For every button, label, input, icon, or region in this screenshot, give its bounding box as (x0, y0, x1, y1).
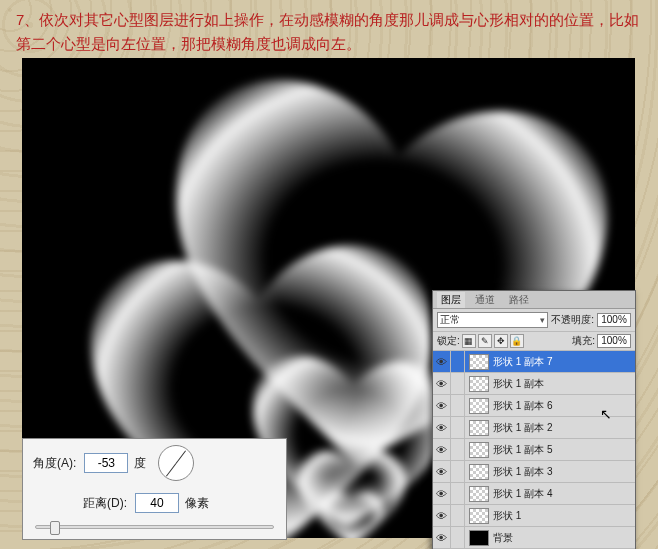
layer-name[interactable]: 形状 1 副本 7 (493, 355, 635, 369)
eye-icon: 👁 (436, 488, 447, 500)
eye-icon: 👁 (436, 444, 447, 456)
link-col (451, 505, 465, 526)
layer-thumbnail[interactable] (469, 420, 489, 436)
layer-name[interactable]: 形状 1 副本 4 (493, 487, 635, 501)
opacity-label: 不透明度: (551, 313, 594, 327)
link-col (451, 417, 465, 438)
layer-row[interactable]: 👁形状 1 (433, 505, 635, 527)
layers-list: 👁形状 1 副本 7👁形状 1 副本👁形状 1 副本 6👁形状 1 副本 2👁形… (433, 351, 635, 549)
layer-name[interactable]: 形状 1 副本 6 (493, 399, 635, 413)
link-col (451, 351, 465, 372)
layer-thumbnail[interactable] (469, 442, 489, 458)
layer-row[interactable]: 👁背景 (433, 527, 635, 549)
lock-all-icon[interactable]: 🔒 (510, 334, 524, 348)
link-col (451, 395, 465, 416)
layer-row[interactable]: 👁形状 1 副本 6 (433, 395, 635, 417)
panel-tabs: 图层 通道 路径 (433, 291, 635, 309)
link-col (451, 461, 465, 482)
layers-panel: 图层 通道 路径 正常 不透明度: 100% 锁定: ▦ ✎ ✥ 🔒 填充: 1… (432, 290, 636, 549)
link-col (451, 373, 465, 394)
visibility-toggle[interactable]: 👁 (433, 395, 451, 416)
distance-slider[interactable] (35, 525, 274, 529)
link-col (451, 527, 465, 548)
layer-row[interactable]: 👁形状 1 副本 3 (433, 461, 635, 483)
layer-row[interactable]: 👁形状 1 副本 2 (433, 417, 635, 439)
angle-label: 角度(A): (33, 455, 76, 472)
eye-icon: 👁 (436, 400, 447, 412)
layer-row[interactable]: 👁形状 1 副本 (433, 373, 635, 395)
visibility-toggle[interactable]: 👁 (433, 527, 451, 548)
eye-icon: 👁 (436, 422, 447, 434)
eye-icon: 👁 (436, 466, 447, 478)
visibility-toggle[interactable]: 👁 (433, 439, 451, 460)
link-col (451, 439, 465, 460)
layer-row[interactable]: 👁形状 1 副本 5 (433, 439, 635, 461)
angle-input[interactable] (84, 453, 128, 473)
eye-icon: 👁 (436, 510, 447, 522)
motion-blur-dialog: 角度(A): 度 距离(D): 像素 (22, 438, 287, 540)
layer-row[interactable]: 👁形状 1 副本 4 (433, 483, 635, 505)
opacity-input[interactable]: 100% (597, 313, 631, 327)
layer-name[interactable]: 形状 1 副本 5 (493, 443, 635, 457)
layer-name[interactable]: 背景 (493, 531, 635, 545)
lock-position-icon[interactable]: ✥ (494, 334, 508, 348)
layer-name[interactable]: 形状 1 副本 (493, 377, 635, 391)
visibility-toggle[interactable]: 👁 (433, 373, 451, 394)
layer-name[interactable]: 形状 1 (493, 509, 635, 523)
layer-thumbnail[interactable] (469, 398, 489, 414)
angle-unit: 度 (134, 455, 146, 472)
tab-channels[interactable]: 通道 (471, 292, 499, 308)
link-col (451, 483, 465, 504)
lock-transparency-icon[interactable]: ▦ (462, 334, 476, 348)
instruction-text: 7、依次对其它心型图层进行如上操作，在动感模糊的角度那儿调成与心形相对的的位置，… (0, 0, 658, 60)
visibility-toggle[interactable]: 👁 (433, 483, 451, 504)
layer-thumbnail[interactable] (469, 508, 489, 524)
fill-label: 填充: (572, 334, 595, 348)
blend-mode-value: 正常 (440, 313, 460, 327)
distance-unit: 像素 (185, 495, 209, 512)
angle-dial[interactable] (158, 445, 194, 481)
eye-icon: 👁 (436, 532, 447, 544)
tab-layers[interactable]: 图层 (437, 292, 465, 308)
blend-mode-select[interactable]: 正常 (437, 312, 548, 328)
layer-thumbnail[interactable] (469, 376, 489, 392)
visibility-toggle[interactable]: 👁 (433, 351, 451, 372)
visibility-toggle[interactable]: 👁 (433, 505, 451, 526)
distance-label: 距离(D): (83, 495, 127, 512)
visibility-toggle[interactable]: 👁 (433, 417, 451, 438)
eye-icon: 👁 (436, 356, 447, 368)
lock-label: 锁定: (437, 334, 460, 348)
layer-name[interactable]: 形状 1 副本 3 (493, 465, 635, 479)
tab-paths[interactable]: 路径 (505, 292, 533, 308)
layer-name[interactable]: 形状 1 副本 2 (493, 421, 635, 435)
layer-thumbnail[interactable] (469, 464, 489, 480)
layer-thumbnail[interactable] (469, 486, 489, 502)
distance-input[interactable] (135, 493, 179, 513)
layer-thumbnail[interactable] (469, 354, 489, 370)
lock-pixels-icon[interactable]: ✎ (478, 334, 492, 348)
layer-thumbnail[interactable] (469, 530, 489, 546)
distance-slider-thumb[interactable] (50, 521, 60, 535)
visibility-toggle[interactable]: 👁 (433, 461, 451, 482)
fill-input[interactable]: 100% (597, 334, 631, 348)
eye-icon: 👁 (436, 378, 447, 390)
layer-row[interactable]: 👁形状 1 副本 7 (433, 351, 635, 373)
